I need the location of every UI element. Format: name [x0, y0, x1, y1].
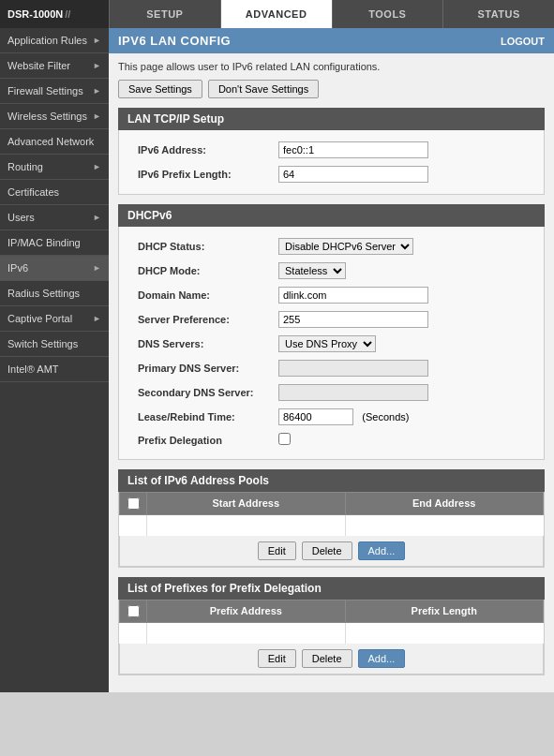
prefix-delegation-row: Prefix Delegation: [128, 429, 534, 452]
lease-rebind-time-input[interactable]: [278, 408, 353, 425]
address-pools-checkbox-col: [119, 492, 147, 515]
prefix-delegation-table: Prefix Address Prefix Length Edit Delete…: [118, 600, 545, 675]
lan-tcpip-body: IPv6 Address: IPv6 Prefix Length:: [118, 130, 545, 195]
prefix-delegation-empty-row: [119, 623, 544, 644]
lan-tcpip-header: LAN TCP/IP Setup: [118, 108, 545, 130]
dns-servers-select[interactable]: Use DNS Proxy Manual: [278, 335, 376, 352]
primary-dns-row: Primary DNS Server:: [128, 356, 534, 380]
sidebar-item-intel-amt[interactable]: Intel® AMT: [0, 357, 109, 382]
domain-name-label: Domain Name:: [128, 289, 278, 301]
primary-dns-label: Primary DNS Server:: [128, 363, 278, 374]
secondary-dns-input[interactable]: [278, 384, 428, 401]
ipv6-prefix-length-input[interactable]: [278, 166, 428, 183]
device-model: DSR-1000N: [7, 8, 63, 20]
nav-setup[interactable]: SETUP: [109, 0, 220, 28]
prefix-delegation-section: List of Prefixes for Prefix Delegation P…: [118, 577, 545, 675]
end-address-col-header: End Address: [346, 492, 545, 515]
dhcp-mode-select[interactable]: Stateless Stateful: [278, 262, 346, 279]
ipv6-prefix-length-label: IPv6 Prefix Length:: [128, 169, 278, 180]
dhcp-status-select[interactable]: Disable DHCPv6 Server Enable DHCPv6 Serv…: [278, 238, 413, 255]
sidebar-item-ipv6[interactable]: IPv6 ►: [0, 256, 109, 281]
prefix-delegation-edit-button[interactable]: Edit: [258, 649, 296, 668]
dns-servers-label: DNS Servers:: [128, 338, 278, 349]
arrow-icon: ►: [93, 213, 101, 222]
ipv6-address-input[interactable]: [278, 141, 428, 158]
nav-advanced[interactable]: ADVANCED: [220, 0, 332, 28]
arrow-icon: ►: [93, 36, 101, 45]
dns-servers-input-wrapper: Use DNS Proxy Manual: [278, 335, 534, 352]
sidebar-item-advanced-network[interactable]: Advanced Network: [0, 129, 109, 155]
device-logo: DSR-1000N//: [0, 0, 109, 28]
dhcpv6-body: DHCP Status: Disable DHCPv6 Server Enabl…: [118, 227, 545, 460]
dont-save-settings-button[interactable]: Don't Save Settings: [208, 80, 319, 98]
ipv6-prefix-length-row: IPv6 Prefix Length:: [128, 162, 534, 186]
sidebar-item-radius-settings[interactable]: Radius Settings: [0, 281, 109, 306]
arrow-icon: ►: [93, 61, 101, 70]
dhcp-status-row: DHCP Status: Disable DHCPv6 Server Enabl…: [128, 234, 534, 259]
ipv6-address-input-wrapper: [278, 141, 534, 158]
domain-name-input[interactable]: [278, 287, 428, 304]
prefix-delegation-section-header: List of Prefixes for Prefix Delegation: [118, 577, 545, 600]
address-pools-header-row: Start Address End Address: [119, 492, 544, 515]
start-address-col-header: Start Address: [147, 492, 346, 515]
page-title: IPV6 LAN CONFIG: [118, 34, 231, 48]
dhcpv6-section: DHCPv6 DHCP Status: Disable DHCPv6 Serve…: [118, 204, 545, 460]
prefix-delegation-checkbox-col: [119, 600, 147, 623]
sidebar-item-users[interactable]: Users ►: [0, 205, 109, 230]
domain-name-row: Domain Name:: [128, 283, 534, 307]
device-slash: //: [65, 8, 70, 20]
arrow-icon: ►: [93, 263, 101, 273]
dhcp-status-input-wrapper: Disable DHCPv6 Server Enable DHCPv6 Serv…: [278, 238, 534, 255]
address-pools-header: List of IPv6 Address Pools: [118, 469, 545, 492]
save-settings-button[interactable]: Save Settings: [118, 80, 202, 98]
sidebar-item-website-filter[interactable]: Website Filter ►: [0, 53, 109, 79]
prefix-delegation-checkbox[interactable]: [278, 433, 291, 445]
sidebar-item-certificates[interactable]: Certificates: [0, 180, 109, 205]
server-preference-row: Server Preference:: [128, 307, 534, 332]
server-preference-label: Server Preference:: [128, 314, 278, 325]
sidebar-item-application-rules[interactable]: Application Rules ►: [0, 28, 109, 53]
sidebar-item-switch-settings[interactable]: Switch Settings: [0, 332, 109, 357]
sidebar: Application Rules ► Website Filter ► Fir…: [0, 28, 109, 692]
prefix-delegation-label: Prefix Delegation: [128, 435, 278, 446]
address-pools-select-all[interactable]: [127, 497, 140, 510]
prefix-delegation-add-button[interactable]: Add...: [358, 649, 406, 668]
sidebar-item-routing[interactable]: Routing ►: [0, 155, 109, 180]
seconds-label: (Seconds): [362, 411, 409, 422]
main-content: IPV6 LAN CONFIG LOGOUT This page allows …: [109, 28, 554, 692]
sidebar-item-captive-portal[interactable]: Captive Portal ►: [0, 306, 109, 332]
dhcp-status-label: DHCP Status:: [128, 241, 278, 252]
action-buttons: Save Settings Don't Save Settings: [118, 80, 545, 98]
lease-rebind-time-label: Lease/Rebind Time:: [128, 411, 278, 422]
ipv6-address-label: IPv6 Address:: [128, 144, 278, 156]
secondary-dns-label: Secondary DNS Server:: [128, 387, 278, 398]
address-pools-table: Start Address End Address Edit Delete Ad…: [118, 492, 545, 568]
prefix-delegation-actions: Edit Delete Add...: [119, 644, 544, 674]
server-preference-input[interactable]: [278, 311, 428, 328]
address-pools-add-button[interactable]: Add...: [358, 541, 406, 560]
address-pools-actions: Edit Delete Add...: [119, 536, 544, 567]
sidebar-item-wireless-settings[interactable]: Wireless Settings ►: [0, 104, 109, 129]
prefix-delegation-select-all[interactable]: [127, 605, 140, 617]
arrow-icon: ►: [93, 111, 101, 121]
page-description: This page allows user to IPv6 related LA…: [118, 61, 545, 72]
nav-status[interactable]: STATUS: [442, 0, 554, 28]
dhcp-mode-row: DHCP Mode: Stateless Stateful: [128, 259, 534, 283]
prefix-delegation-input-wrapper: [278, 433, 534, 448]
page-header: IPV6 LAN CONFIG LOGOUT: [109, 28, 554, 53]
sidebar-item-firewall-settings[interactable]: Firewall Settings ►: [0, 79, 109, 104]
dhcp-mode-input-wrapper: Stateless Stateful: [278, 262, 534, 279]
dhcp-mode-label: DHCP Mode:: [128, 265, 278, 276]
arrow-icon: ►: [93, 162, 101, 171]
top-navigation: SETUP ADVANCED TOOLS STATUS: [109, 0, 554, 28]
domain-name-input-wrapper: [278, 287, 534, 304]
prefix-delegation-delete-button[interactable]: Delete: [302, 649, 352, 668]
logout-button[interactable]: LOGOUT: [501, 36, 545, 47]
dhcpv6-header: DHCPv6: [118, 204, 545, 227]
ipv6-address-row: IPv6 Address:: [128, 138, 534, 162]
primary-dns-input[interactable]: [278, 360, 428, 377]
sidebar-item-ip-mac-binding[interactable]: IP/MAC Binding: [0, 230, 109, 256]
nav-tools[interactable]: TOOLS: [332, 0, 443, 28]
address-pools-delete-button[interactable]: Delete: [302, 541, 352, 560]
address-pools-edit-button[interactable]: Edit: [258, 541, 296, 560]
